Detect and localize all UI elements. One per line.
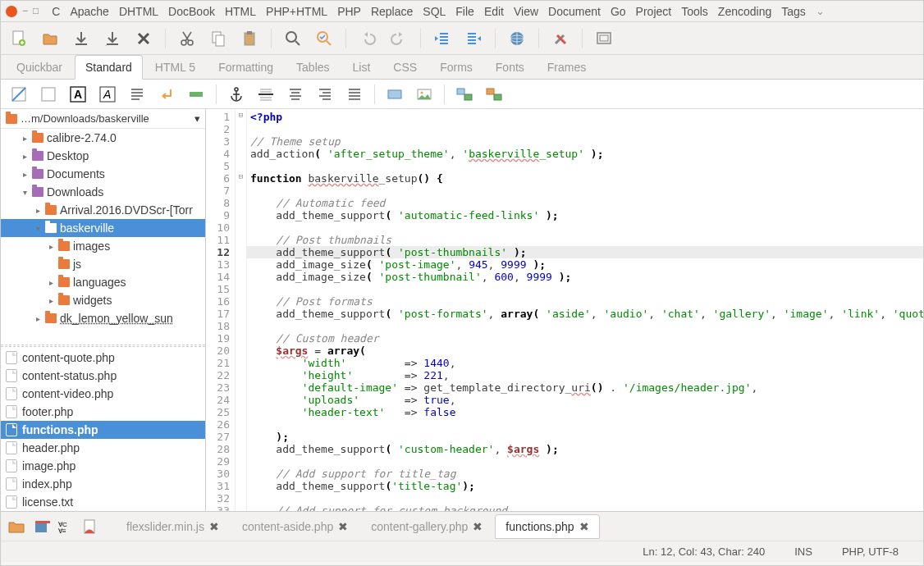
tree-item-arrival-2016-dvdscr-torr[interactable]: ▸Arrival.2016.DVDScr-[Torr [1, 201, 205, 219]
comment-icon[interactable] [343, 83, 366, 106]
doc-tab-content-aside-php[interactable]: content-aside.php✖ [231, 514, 359, 539]
toolbar-tab-tables[interactable]: Tables [286, 55, 340, 79]
menu-php-html[interactable]: PHP+HTML [261, 2, 332, 21]
file-item-header-php[interactable]: header.php [1, 439, 205, 457]
break-icon[interactable] [155, 83, 178, 106]
preferences-button[interactable] [549, 27, 572, 50]
thumbnail-icon[interactable] [453, 83, 476, 106]
window-minimize-button[interactable]: − [22, 6, 28, 17]
menu-project[interactable]: Project [631, 2, 677, 21]
sidebar-divider[interactable] [1, 345, 205, 347]
tree-item-languages[interactable]: ▸languages [1, 273, 205, 291]
toolbar-tab-standard[interactable]: Standard [75, 55, 143, 80]
undo-button[interactable] [356, 27, 379, 50]
hrule-icon[interactable] [254, 83, 277, 106]
char-map-icon[interactable]: ∀C∀≡ [57, 518, 75, 535]
tree-item-documents[interactable]: ▸Documents [1, 165, 205, 183]
insert-mode[interactable]: INS [780, 545, 827, 558]
menu-tools[interactable]: Tools [676, 2, 713, 21]
menu-file[interactable]: File [451, 2, 479, 21]
fold-column[interactable]: ⊟⊟ [236, 109, 247, 511]
menu-docbook[interactable]: DocBook [163, 2, 220, 21]
save-as-button[interactable]: . [101, 27, 124, 50]
indent-button[interactable] [462, 27, 485, 50]
window-close-button[interactable] [6, 6, 17, 17]
menu-sql[interactable]: SQL [418, 2, 451, 21]
quickstart-icon[interactable] [7, 83, 30, 106]
center-icon[interactable] [284, 83, 307, 106]
paste-button[interactable] [238, 27, 261, 50]
link-icon[interactable] [383, 83, 406, 106]
code-area[interactable]: <?php// Theme setupadd_action( 'after_se… [247, 109, 923, 511]
toolbar-tab-frames[interactable]: Frames [537, 55, 597, 79]
expand-icon[interactable]: ▸ [34, 314, 42, 323]
close-icon[interactable]: ✖ [579, 520, 589, 533]
right-align-icon[interactable] [313, 83, 336, 106]
toolbar-tab-formatting[interactable]: Formatting [208, 55, 284, 79]
menu-tags[interactable]: Tags [776, 2, 811, 21]
file-item-image-php[interactable]: image.php [1, 457, 205, 475]
anchor-icon[interactable] [225, 83, 248, 106]
unindent-button[interactable] [431, 27, 454, 50]
tree-item-js[interactable]: js [1, 255, 205, 273]
expand-icon[interactable]: ▸ [21, 152, 29, 161]
menu-php[interactable]: PHP [332, 2, 366, 21]
expand-icon[interactable]: ▾ [21, 188, 29, 197]
copy-button[interactable] [207, 27, 230, 50]
file-item-functions-php[interactable]: functions.php [1, 421, 205, 439]
file-list[interactable]: content-quote.phpcontent-status.phpconte… [1, 349, 205, 511]
doc-tab-flexslider-min-js[interactable]: flexslider.min.js✖ [116, 514, 230, 539]
search-replace-button[interactable] [313, 27, 336, 50]
snippets-icon[interactable] [81, 518, 99, 535]
tree-item-images[interactable]: ▸images [1, 237, 205, 255]
tree-item-dk_lemon_yellow_sun[interactable]: ▸dk_lemon_yellow_sun [1, 309, 205, 327]
expand-icon[interactable]: ▸ [47, 242, 55, 251]
folder-tree[interactable]: ▸calibre-2.74.0▸Desktop▸Documents▾Downlo… [1, 129, 205, 343]
bookmark-icon[interactable] [32, 518, 50, 535]
image-icon[interactable] [413, 83, 436, 106]
menu-dhtml[interactable]: DHTML [114, 2, 163, 21]
path-selector[interactable]: …m/Downloads/baskerville ▾ [1, 109, 205, 129]
paragraph-icon[interactable] [126, 83, 149, 106]
file-item-index-php[interactable]: index.php [1, 475, 205, 493]
tree-item-widgets[interactable]: ▸widgets [1, 291, 205, 309]
tree-item-calibre-2-74-0[interactable]: ▸calibre-2.74.0 [1, 129, 205, 147]
window-maximize-button[interactable]: □ [33, 6, 39, 17]
line-gutter[interactable]: 1234567891011121314151617181920212223242… [206, 109, 236, 511]
doc-tab-content-gallery-php[interactable]: content-gallery.php✖ [360, 514, 493, 539]
file-item-license-txt[interactable]: license.txt [1, 493, 205, 511]
search-button[interactable] [281, 27, 304, 50]
browser-preview-button[interactable] [505, 27, 528, 50]
close-file-button[interactable] [132, 27, 155, 50]
nbsp-icon[interactable] [185, 83, 208, 106]
menu-view[interactable]: View [509, 2, 543, 21]
menu-zencoding[interactable]: Zencoding [713, 2, 776, 21]
file-mode[interactable]: PHP, UTF-8 [827, 545, 913, 558]
toolbar-tab-css[interactable]: CSS [382, 55, 428, 79]
expand-icon[interactable]: ▸ [21, 170, 29, 179]
expand-icon[interactable]: ▸ [47, 296, 55, 305]
menu-edit[interactable]: Edit [479, 2, 509, 21]
menu-html[interactable]: HTML [220, 2, 261, 21]
toolbar-tab-fonts[interactable]: Fonts [485, 55, 535, 79]
toolbar-tab-list[interactable]: List [342, 55, 382, 79]
menu-document[interactable]: Document [543, 2, 606, 21]
fullscreen-button[interactable] [592, 27, 615, 50]
code-editor[interactable]: 1234567891011121314151617181920212223242… [206, 109, 923, 511]
expand-icon[interactable]: ▾ [34, 224, 42, 233]
menu-replace[interactable]: Replace [366, 2, 418, 21]
save-button[interactable] [70, 27, 93, 50]
toolbar-tab-html-5[interactable]: HTML 5 [144, 55, 206, 79]
redo-button[interactable] [387, 27, 410, 50]
close-icon[interactable]: ✖ [473, 520, 483, 533]
menu-overflow-icon[interactable]: ⌄ [816, 5, 825, 17]
menu-go[interactable]: Go [606, 2, 631, 21]
open-folder-icon[interactable] [7, 518, 25, 535]
close-icon[interactable]: ✖ [338, 520, 348, 533]
file-item-content-quote-php[interactable]: content-quote.php [1, 349, 205, 367]
open-file-button[interactable] [39, 27, 62, 50]
expand-icon[interactable]: ▸ [21, 134, 29, 143]
tree-item-downloads[interactable]: ▾Downloads [1, 183, 205, 201]
expand-icon[interactable]: ▸ [34, 206, 42, 215]
body-icon[interactable] [37, 83, 60, 106]
